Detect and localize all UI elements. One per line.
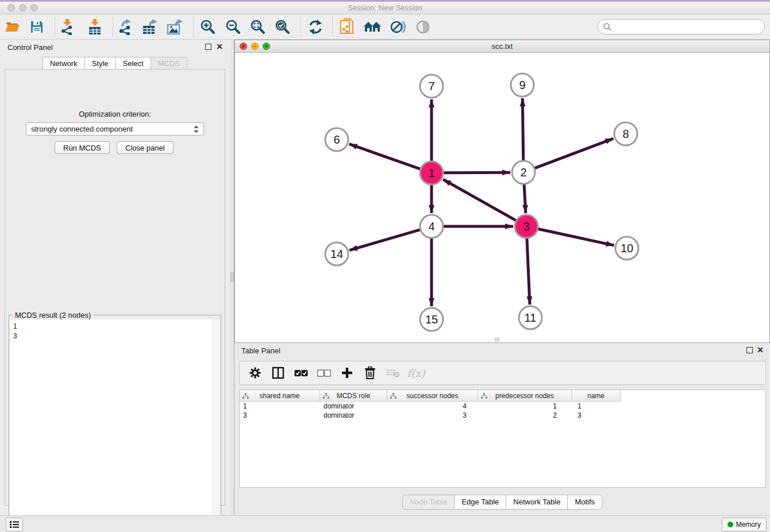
criterion-value: strongly connected component: [31, 125, 194, 133]
graph-edge-4-14[interactable]: [349, 230, 420, 250]
float-table-panel-icon[interactable]: [746, 347, 753, 353]
cell-successor-nodes[interactable]: 4: [387, 402, 478, 411]
toolbar-separator: [332, 17, 333, 37]
panel-splitter[interactable]: [230, 40, 234, 515]
zoom-selected-icon[interactable]: [273, 17, 292, 37]
graph-node-label-1: 1: [428, 167, 434, 179]
hierarchy-icon: [242, 393, 249, 399]
column-header-shared-name[interactable]: shared name: [240, 390, 320, 401]
table-panel-title: Table Panel: [241, 346, 280, 355]
graph-edge-1-6[interactable]: [349, 144, 420, 169]
cell-predecessor-nodes[interactable]: 2: [478, 411, 572, 420]
hierarchy-icon: [390, 393, 396, 399]
cell-name[interactable]: 1: [572, 402, 621, 411]
zoom-fit-icon[interactable]: [248, 17, 268, 37]
toolbar-separator: [301, 17, 301, 37]
list-icon: [10, 521, 19, 529]
hierarchy-icon: [323, 393, 329, 399]
column-header-name[interactable]: name: [572, 390, 621, 401]
main-toolbar: [0, 14, 770, 40]
graph-edge-2-8[interactable]: [535, 138, 614, 168]
network-canvas[interactable]: 7968124314101511: [235, 53, 769, 342]
show-networks-home-icon[interactable]: [363, 17, 382, 37]
column-header-predecessor-nodes[interactable]: predecessor nodes: [478, 390, 572, 401]
graph-edge-3-11[interactable]: [527, 238, 530, 304]
close-panel-icon[interactable]: ✕: [216, 43, 223, 51]
network-resize-grip[interactable]: [495, 338, 499, 341]
search-input[interactable]: [612, 22, 764, 31]
column-header-mcds-role[interactable]: MCDS role: [320, 390, 387, 401]
memory-label: Memory: [736, 521, 761, 529]
graph-node-label-8: 8: [622, 128, 629, 140]
graph-edge-3-1[interactable]: [443, 179, 516, 220]
table-row[interactable]: 3 dominator 3 2 3: [240, 411, 765, 420]
graph-node-label-15: 15: [425, 313, 438, 326]
select-all-rows-icon[interactable]: [294, 365, 309, 380]
show-columns-icon[interactable]: [271, 365, 286, 380]
application-window: Session: New Session: [0, 0, 770, 532]
table-toolbar: f(x): [239, 361, 766, 385]
graph-edge-3-10[interactable]: [538, 229, 614, 245]
delete-column-icon[interactable]: [363, 365, 378, 380]
show-panels-list-button[interactable]: [6, 518, 23, 531]
table-header: shared name MCDS role successor nodes pr…: [240, 390, 621, 402]
refresh-view-icon[interactable]: [306, 17, 325, 37]
cell-mcds-role[interactable]: dominator: [320, 411, 387, 420]
hide-visual-details-icon[interactable]: [388, 17, 407, 37]
mcds-result-group: MCDS result (2 nodes) 1 3: [9, 315, 221, 531]
mcds-result-title: MCDS result (2 nodes): [13, 311, 93, 319]
export-table-icon[interactable]: [141, 17, 160, 37]
dropdown-stepper-icon: [194, 125, 199, 133]
memory-button[interactable]: Memory: [722, 518, 767, 531]
zoom-in-icon[interactable]: [198, 17, 218, 37]
search-field[interactable]: [598, 19, 765, 34]
toolbar-separator: [55, 17, 55, 37]
save-session-icon[interactable]: [27, 17, 47, 37]
cell-predecessor-nodes[interactable]: 1: [478, 402, 572, 411]
close-panel-button[interactable]: Close panel: [117, 141, 174, 154]
delete-table-icon: [386, 365, 401, 380]
table-settings-icon[interactable]: [248, 365, 263, 380]
graph-node-label-9: 9: [519, 79, 525, 91]
column-header-successor-nodes[interactable]: successor nodes: [387, 390, 478, 401]
search-icon: [603, 22, 612, 32]
tab-node-table[interactable]: Node Table: [402, 495, 455, 510]
graph-node-label-3: 3: [523, 220, 529, 233]
window-title: Session: New Session: [0, 3, 770, 12]
export-network-icon[interactable]: [116, 17, 136, 37]
cell-shared-name[interactable]: 3: [240, 411, 320, 420]
graph-node-label-7: 7: [428, 80, 434, 92]
splitter-grip[interactable]: [230, 272, 234, 282]
deselect-all-rows-icon[interactable]: [317, 365, 332, 380]
tab-network-table[interactable]: Network Table: [506, 495, 568, 510]
float-panel-icon[interactable]: [205, 44, 211, 50]
criterion-dropdown[interactable]: strongly connected component: [26, 122, 204, 136]
run-mcds-button[interactable]: Run MCDS: [55, 141, 110, 154]
graph-node-label-14: 14: [330, 248, 343, 260]
export-image-icon[interactable]: [165, 17, 185, 37]
result-scrollbar[interactable]: [213, 319, 220, 530]
close-table-panel-icon[interactable]: ✕: [757, 346, 764, 354]
cell-name[interactable]: 3: [572, 411, 621, 420]
hierarchy-icon: [481, 393, 487, 399]
cell-successor-nodes[interactable]: 3: [387, 411, 478, 420]
graph-edge-1-2[interactable]: [444, 172, 510, 173]
graph-edge-2-3[interactable]: [524, 184, 526, 213]
network-from-selection-icon[interactable]: [337, 17, 357, 37]
tab-edge-table[interactable]: Edge Table: [454, 495, 506, 510]
open-session-icon[interactable]: [3, 17, 22, 37]
import-table-icon[interactable]: [85, 17, 105, 37]
mcds-panel: Optimization criterion: strongly connect…: [5, 69, 225, 506]
cell-mcds-role[interactable]: dominator: [320, 402, 387, 411]
table-row[interactable]: 1 dominator 4 1 1: [240, 402, 765, 411]
zoom-out-icon[interactable]: [224, 17, 243, 37]
optimization-criterion-label: Optimization criterion:: [5, 110, 225, 118]
import-network-icon[interactable]: [58, 17, 78, 37]
graph-edge-2-9[interactable]: [522, 98, 523, 160]
mcds-result-text[interactable]: 1 3: [10, 319, 220, 530]
tab-motifs[interactable]: Motifs: [567, 495, 602, 510]
add-column-icon[interactable]: [340, 365, 355, 380]
graph-node-label-10: 10: [621, 242, 633, 255]
cell-shared-name[interactable]: 1: [240, 402, 320, 411]
network-titlebar[interactable]: × − + scc.txt: [235, 40, 769, 53]
